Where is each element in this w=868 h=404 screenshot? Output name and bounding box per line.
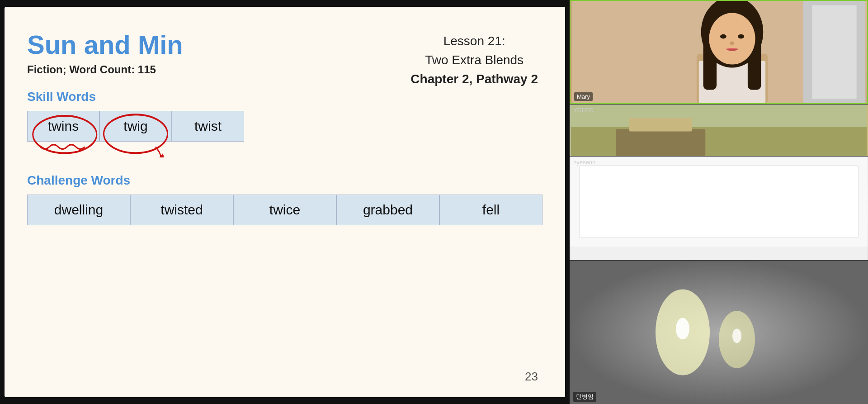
- svg-rect-20: [571, 127, 867, 156]
- svg-point-17: [738, 34, 744, 39]
- svg-rect-21: [616, 129, 705, 156]
- challenge-word-fell: fell: [439, 195, 542, 225]
- minbyeongyim-label: 민병임: [573, 392, 596, 402]
- svg-point-18: [730, 41, 735, 45]
- challenge-words-label: Challenge Words: [27, 173, 542, 188]
- video-bg-minbyeongyim: [570, 261, 868, 404]
- lesson-info: Lesson 21: Two Extra Blends Chapter 2, P…: [410, 32, 538, 89]
- video-bg-hyeseon: [570, 157, 868, 260]
- challenge-word-dwelling: dwelling: [27, 195, 130, 225]
- video-tile-minbyeongyim: 민병임: [570, 260, 868, 404]
- svg-point-30: [676, 318, 689, 340]
- video-bg-mary: [571, 1, 867, 103]
- lesson-title: Lesson 21:: [410, 32, 538, 51]
- skill-word-twins: twins: [27, 111, 99, 142]
- slide: Lesson 21: Two Extra Blends Chapter 2, P…: [5, 7, 565, 397]
- main-presentation-area: E Lesson 21: Two Extra Blends Chapter 2,…: [0, 0, 570, 404]
- svg-point-15: [709, 13, 755, 65]
- video-tile-yglec: YGLEC: [570, 104, 868, 156]
- skill-words-row: twins twig twist: [27, 111, 244, 142]
- svg-rect-25: [579, 166, 858, 238]
- svg-rect-22: [629, 118, 692, 132]
- lesson-subtitle: Two Extra Blends: [410, 51, 538, 70]
- svg-point-16: [720, 34, 726, 39]
- sidebar: Mary YGLEC hyeseon: [570, 0, 868, 404]
- svg-rect-9: [812, 5, 856, 99]
- skill-word-twist: twist: [172, 111, 244, 142]
- hyeseon-label: hyeseon: [573, 159, 595, 166]
- yglec-label: YGLEC: [573, 107, 593, 114]
- skill-word-twig: twig: [99, 111, 172, 142]
- video-tile-hyeseon: hyeseon: [570, 156, 868, 260]
- video-tile-mary: Mary: [570, 0, 868, 104]
- challenge-word-twice: twice: [233, 195, 336, 225]
- svg-point-31: [732, 329, 741, 343]
- video-bg-yglec: [570, 105, 868, 156]
- challenge-word-grabbed: grabbed: [336, 195, 439, 225]
- challenge-word-twisted: twisted: [130, 195, 233, 225]
- chapter: Chapter 2, Pathway 2: [410, 70, 538, 89]
- page-number: 23: [525, 370, 538, 384]
- challenge-words-row: dwelling twisted twice grabbed fell: [27, 195, 542, 225]
- skill-words-label: Skill Words: [27, 90, 542, 104]
- svg-rect-27: [570, 261, 868, 404]
- mary-label: Mary: [574, 92, 593, 101]
